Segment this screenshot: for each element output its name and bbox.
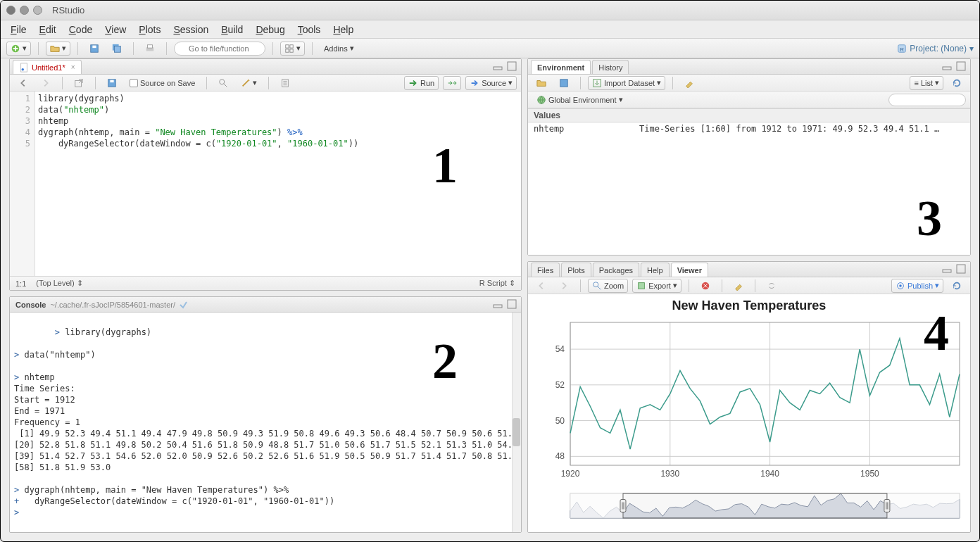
svg-point-20 xyxy=(220,79,225,84)
grid-button[interactable]: ▾ xyxy=(280,42,305,56)
svg-rect-15 xyxy=(494,67,502,70)
menu-tools[interactable]: Tools xyxy=(298,24,321,35)
menu-session[interactable]: Session xyxy=(173,24,208,35)
rerun-button[interactable] xyxy=(443,76,461,90)
console-title: Console xyxy=(15,301,46,309)
save-workspace-button[interactable] xyxy=(555,76,573,90)
window-close-icon[interactable] xyxy=(6,6,15,15)
env-scope-button[interactable]: Global Environment ▾ xyxy=(532,93,627,107)
save-button[interactable] xyxy=(85,42,103,56)
new-file-button[interactable]: ▾ xyxy=(6,42,31,56)
svg-rect-2 xyxy=(92,45,96,48)
tab-viewer[interactable]: Viewer xyxy=(671,263,708,277)
run-button[interactable]: Run xyxy=(404,76,439,90)
range-handle[interactable] xyxy=(620,500,626,512)
open-file-button[interactable]: ▾ xyxy=(46,42,70,56)
close-tab-icon[interactable]: × xyxy=(71,63,75,71)
clear-workspace-button[interactable] xyxy=(680,76,698,90)
source-tab[interactable]: Untitled1* × xyxy=(13,60,82,74)
notebook-icon xyxy=(280,78,290,88)
overlay-number-1: 1 xyxy=(432,137,458,195)
console-pane: Console ~/.cache/.fr-sJocIP/5854601-mast… xyxy=(9,296,522,533)
menu-code[interactable]: Code xyxy=(69,24,92,35)
menu-view[interactable]: View xyxy=(105,24,126,35)
folder-open-icon xyxy=(536,78,546,88)
scope-indicator[interactable]: (Top Level) ⇕ xyxy=(36,279,82,288)
window-minimize-icon[interactable] xyxy=(20,6,29,15)
minimize-pane-icon[interactable] xyxy=(942,61,952,71)
svg-rect-55 xyxy=(887,493,960,518)
minimize-pane-icon[interactable] xyxy=(493,299,503,309)
menu-debug[interactable]: Debug xyxy=(256,24,284,35)
load-workspace-button[interactable] xyxy=(532,76,551,90)
menu-edit[interactable]: Edit xyxy=(39,24,56,35)
maximize-pane-icon[interactable] xyxy=(956,61,966,71)
tab-files[interactable]: Files xyxy=(531,263,560,277)
svg-rect-22 xyxy=(494,305,502,308)
menubar: File Edit Code View Plots Session Build … xyxy=(1,20,979,39)
console-path-icon[interactable] xyxy=(178,300,188,310)
console-scrollbar[interactable] xyxy=(512,313,521,532)
tab-plots[interactable]: Plots xyxy=(561,263,591,277)
maximize-pane-icon[interactable] xyxy=(956,264,966,274)
publish-button[interactable]: Publish ▾ xyxy=(891,279,943,293)
window-maximize-icon[interactable] xyxy=(33,6,42,15)
menu-file[interactable]: File xyxy=(11,24,27,35)
svg-text:50: 50 xyxy=(555,416,565,426)
maximize-pane-icon[interactable] xyxy=(507,61,517,71)
tab-environment[interactable]: Environment xyxy=(531,60,591,74)
svg-text:1950: 1950 xyxy=(860,469,879,479)
menu-build[interactable]: Build xyxy=(221,24,243,35)
viewer-content[interactable]: New Haven Temperatures 48505254192019301… xyxy=(528,294,970,532)
tab-help[interactable]: Help xyxy=(641,263,670,277)
grid-icon xyxy=(284,44,294,53)
viewer-back-button[interactable] xyxy=(532,279,551,293)
remove-viewer-button[interactable] xyxy=(696,279,715,293)
env-row[interactable]: nhtempTime-Series [1:60] from 1912 to 19… xyxy=(528,122,970,135)
find-button[interactable] xyxy=(214,76,232,90)
disk-icon xyxy=(559,78,569,88)
back-button[interactable] xyxy=(14,76,32,90)
menu-help[interactable]: Help xyxy=(333,24,353,35)
popout-button[interactable] xyxy=(70,76,88,90)
tab-packages[interactable]: Packages xyxy=(593,263,639,277)
window-title: RStudio xyxy=(52,5,84,15)
svg-rect-32 xyxy=(639,282,645,289)
clear-viewer-button[interactable] xyxy=(729,279,748,293)
source-button[interactable]: Source ▾ xyxy=(465,76,517,90)
wand-button[interactable]: ▾ xyxy=(237,76,261,90)
sync-button[interactable] xyxy=(762,279,781,293)
zoom-icon xyxy=(592,281,602,291)
cursor-position: 1:1 xyxy=(15,279,26,288)
remove-icon xyxy=(701,281,710,291)
menu-plots[interactable]: Plots xyxy=(139,24,161,35)
disk-icon xyxy=(107,78,117,88)
svg-rect-26 xyxy=(560,79,568,87)
env-search-input[interactable] xyxy=(888,94,966,106)
view-mode-button[interactable]: ≡ List ▾ xyxy=(910,76,943,90)
save-all-button[interactable] xyxy=(108,42,126,56)
import-dataset-button[interactable]: Import Dataset ▾ xyxy=(588,76,665,90)
source-on-save-toggle[interactable]: Source on Save xyxy=(125,76,199,90)
minimize-pane-icon[interactable] xyxy=(942,264,952,274)
viewer-forward-button[interactable] xyxy=(555,279,573,293)
addins-button[interactable]: Addins ▾ xyxy=(320,42,358,56)
refresh-viewer-button[interactable] xyxy=(948,279,966,293)
tab-history[interactable]: History xyxy=(592,60,629,74)
refresh-env-button[interactable] xyxy=(948,76,966,90)
zoom-button[interactable]: Zoom xyxy=(588,279,628,293)
project-menu[interactable]: R Project: (None) ▾ xyxy=(897,44,974,53)
export-button[interactable]: Export ▾ xyxy=(632,279,681,293)
save-source-button[interactable] xyxy=(103,76,121,90)
minimize-pane-icon[interactable] xyxy=(493,61,503,71)
file-type-indicator[interactable]: R Script ⇕ xyxy=(479,279,515,288)
range-handle[interactable] xyxy=(884,500,890,512)
print-button[interactable] xyxy=(141,42,159,56)
overlay-number-3: 3 xyxy=(917,189,942,248)
forward-button[interactable] xyxy=(37,76,55,90)
dygraph-chart[interactable]: 485052541920193019401950 xyxy=(528,294,970,532)
maximize-pane-icon[interactable] xyxy=(507,299,517,309)
notebook-button[interactable] xyxy=(276,76,294,90)
goto-input[interactable] xyxy=(174,42,265,56)
run-arrow-icon xyxy=(408,78,418,88)
